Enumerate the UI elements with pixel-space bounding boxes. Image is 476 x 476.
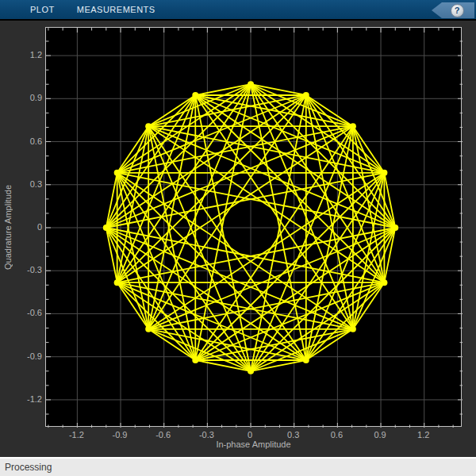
tab-measurements[interactable]: MEASUREMENTS xyxy=(66,0,167,19)
x-tick-label: -0.3 xyxy=(190,430,222,440)
x-tick-label: 1.2 xyxy=(408,430,440,440)
transition-line xyxy=(306,95,385,173)
constellation-point xyxy=(392,225,398,231)
y-tick-label: -0.3 xyxy=(9,265,42,275)
constellation-point xyxy=(303,92,309,98)
toolbar: PLOT MEASUREMENTS ? xyxy=(0,0,476,21)
help-icon[interactable]: ? xyxy=(451,4,464,17)
constellation-point xyxy=(192,357,198,363)
y-tick-label: -1.2 xyxy=(9,394,42,405)
constellation-point xyxy=(114,170,121,176)
constellation-point xyxy=(350,326,356,332)
y-tick-label: -0.6 xyxy=(9,308,42,318)
constellation-point xyxy=(145,326,152,332)
scope-window: PLOT MEASUREMENTS ? Quadrature Amplitude… xyxy=(0,0,476,476)
x-tick-label: -0.9 xyxy=(104,430,136,440)
x-tick-label: -1.2 xyxy=(60,430,92,440)
y-tick-label: 0 xyxy=(9,222,42,232)
y-tick-label: 0.9 xyxy=(9,93,42,103)
y-tick-label: 0.3 xyxy=(9,179,42,190)
x-tick-label: 0.6 xyxy=(321,430,352,440)
constellation-point xyxy=(381,170,387,176)
transition-line xyxy=(117,95,196,173)
constellation-svg xyxy=(46,28,463,428)
y-tick-label: 0.6 xyxy=(9,136,42,147)
x-tick-label: -0.6 xyxy=(148,430,179,440)
constellation-point xyxy=(350,123,356,129)
constellation-point xyxy=(103,225,109,231)
constellation-point xyxy=(145,123,152,129)
transition-line xyxy=(306,282,385,360)
status-text: Processing xyxy=(5,462,52,473)
axes xyxy=(45,27,462,427)
plot-region: Quadrature Amplitude In-phase Amplitude … xyxy=(0,21,476,457)
tab-plot[interactable]: PLOT xyxy=(19,0,66,19)
help-button[interactable]: ? xyxy=(432,2,474,18)
status-bar: Processing xyxy=(0,457,476,476)
constellation-point xyxy=(192,92,198,98)
constellation-point xyxy=(114,279,121,286)
constellation-point xyxy=(303,357,309,363)
x-tick-label: 0.3 xyxy=(278,430,309,440)
constellation-point xyxy=(381,279,387,286)
x-axis-label: In-phase Amplitude xyxy=(45,440,462,449)
y-tick-label: 1.2 xyxy=(9,50,42,60)
constellation-point xyxy=(248,81,254,87)
transition-line xyxy=(117,282,196,360)
y-tick-label: -0.9 xyxy=(9,351,42,362)
x-tick-label: 0.9 xyxy=(364,430,396,440)
x-tick-label: 0 xyxy=(234,430,266,440)
constellation-point xyxy=(248,368,254,374)
